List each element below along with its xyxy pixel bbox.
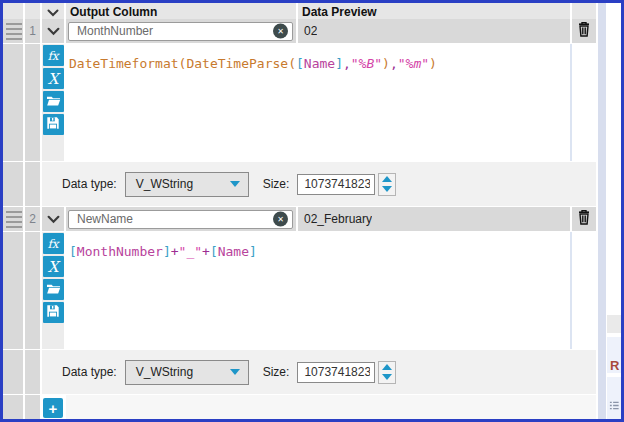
insert-function-button[interactable]: fx	[43, 45, 64, 66]
expression-row-1-body: fx X DateTimeformat(DateTimeParse([Name]…	[3, 44, 596, 161]
spin-up-icon	[382, 364, 392, 370]
row-1-number: 1	[25, 19, 40, 43]
grid-header-row: Output Column Data Preview	[3, 3, 596, 18]
row-2-gutter	[25, 350, 40, 394]
row-1-datatype-select[interactable]: V_WString	[125, 172, 249, 197]
row-2-toolbar: fx X	[42, 232, 64, 349]
right-panel-fragment: R	[607, 3, 621, 419]
expression-row-1-header: 1 ✕ 02	[3, 19, 596, 43]
spin-up-icon	[382, 176, 392, 182]
right-panel-partial-text: R	[610, 359, 619, 373]
row-2-size-spinner[interactable]	[378, 361, 396, 384]
variable-x-icon: X	[48, 258, 59, 276]
row-1-gutter	[3, 44, 23, 161]
data-type-label: Data type:	[62, 177, 117, 191]
chevron-down-icon	[230, 369, 240, 375]
expressions-grid: Output Column Data Preview 1 ✕	[3, 3, 596, 420]
save-floppy-icon	[46, 116, 60, 134]
row-2-delete-button[interactable]	[572, 207, 596, 231]
row-2-formula-text: [MonthNumber]+"_"+[Name]	[66, 232, 596, 259]
fx-icon: fx	[47, 49, 58, 63]
row-1-gutter	[25, 44, 40, 161]
row-2-clear-icon[interactable]: ✕	[273, 212, 288, 227]
row-2-size-input[interactable]	[297, 362, 375, 383]
row-1-clear-icon[interactable]: ✕	[273, 24, 288, 39]
open-expression-button[interactable]	[43, 279, 64, 300]
variable-x-icon: X	[48, 70, 59, 88]
bottom-gutter	[25, 395, 40, 419]
spin-down-icon	[382, 186, 392, 192]
right-panel-card	[607, 377, 621, 419]
row-2-number: 2	[25, 207, 40, 231]
save-expression-button[interactable]	[43, 114, 64, 135]
row-2-datatype-select[interactable]: V_WString	[125, 360, 249, 385]
folder-open-icon	[46, 93, 61, 111]
row-2-output-name-input[interactable]	[68, 210, 293, 229]
row-1-delete-button[interactable]	[572, 19, 596, 43]
open-expression-button[interactable]	[43, 91, 64, 112]
insert-variable-button[interactable]: X	[43, 68, 64, 89]
chevron-down-icon	[47, 210, 60, 228]
row-1-size-spinner[interactable]	[378, 173, 396, 196]
row-2-output-name-cell: ✕	[66, 207, 296, 231]
list-icon	[609, 397, 620, 415]
chevron-down-icon	[230, 181, 240, 187]
right-panel-band	[607, 315, 621, 333]
formula-tool-config-panel: Output Column Data Preview 1 ✕	[0, 0, 624, 422]
row-2-collapse-chevron[interactable]	[42, 207, 64, 231]
editor-edge-line	[570, 44, 572, 161]
row-1-formula-text: DateTimeformat(DateTimeParse([Name],"%B"…	[66, 44, 596, 71]
output-column-header-label: Output Column	[66, 5, 157, 19]
size-label: Size:	[263, 365, 290, 379]
selected-datatype: V_WString	[126, 177, 230, 191]
editor-edge-line	[570, 232, 572, 349]
add-button-cell: +	[42, 395, 64, 419]
spin-down-icon	[382, 374, 392, 380]
row-1-preview-cell: 02	[298, 19, 570, 43]
row-2-drag-handle[interactable]	[3, 207, 23, 231]
row-2-gutter	[25, 232, 40, 349]
row-1-collapse-chevron[interactable]	[42, 19, 64, 43]
insert-function-button[interactable]: fx	[43, 233, 64, 254]
row-1-size-input[interactable]	[297, 174, 375, 195]
selected-datatype: V_WString	[126, 365, 230, 379]
size-label: Size:	[263, 177, 290, 191]
panel-splitter[interactable]	[598, 3, 606, 419]
data-type-label: Data type:	[62, 365, 117, 379]
expression-row-1-datatype: Data type: V_WString Size:	[3, 162, 596, 206]
row-2-preview-value: 02_February	[298, 212, 372, 226]
row-2-formula-editor[interactable]: [MonthNumber]+"_"+[Name]	[66, 232, 596, 349]
bottom-fill	[66, 395, 596, 419]
row-2-preview-cell: 02_February	[298, 207, 570, 231]
add-expression-button[interactable]: +	[43, 398, 63, 418]
expression-row-2-datatype: Data type: V_WString Size:	[3, 350, 596, 394]
chevron-down-icon	[47, 22, 60, 40]
row-1-formula-editor[interactable]: DateTimeformat(DateTimeParse([Name],"%B"…	[66, 44, 596, 161]
expression-row-2-body: fx X [MonthNumber]+"_"+[Name]	[3, 232, 596, 349]
row-1-preview-value: 02	[298, 24, 317, 38]
data-preview-header-label: Data Preview	[298, 5, 377, 19]
bottom-gutter	[3, 395, 23, 419]
row-1-datatype-bar: Data type: V_WString Size:	[42, 162, 596, 206]
row-1-output-name-input[interactable]	[68, 22, 293, 41]
folder-open-icon	[46, 281, 61, 299]
row-2-gutter	[3, 350, 23, 394]
row-1-output-name-cell: ✕	[66, 19, 296, 43]
insert-variable-button[interactable]: X	[43, 256, 64, 277]
right-panel-card: R	[607, 337, 621, 373]
row-1-drag-handle[interactable]	[3, 19, 23, 43]
row-1-gutter	[25, 162, 40, 206]
row-2-gutter	[3, 232, 23, 349]
row-1-toolbar: fx X	[42, 44, 64, 161]
save-expression-button[interactable]	[43, 302, 64, 323]
save-floppy-icon	[46, 304, 60, 322]
trash-icon	[577, 209, 591, 229]
expression-row-2-header: 2 ✕ 02_February	[3, 207, 596, 231]
fx-icon: fx	[47, 237, 58, 251]
trash-icon	[577, 21, 591, 41]
row-2-datatype-bar: Data type: V_WString Size:	[42, 350, 596, 394]
row-1-gutter	[3, 162, 23, 206]
add-expression-row: +	[3, 395, 596, 419]
